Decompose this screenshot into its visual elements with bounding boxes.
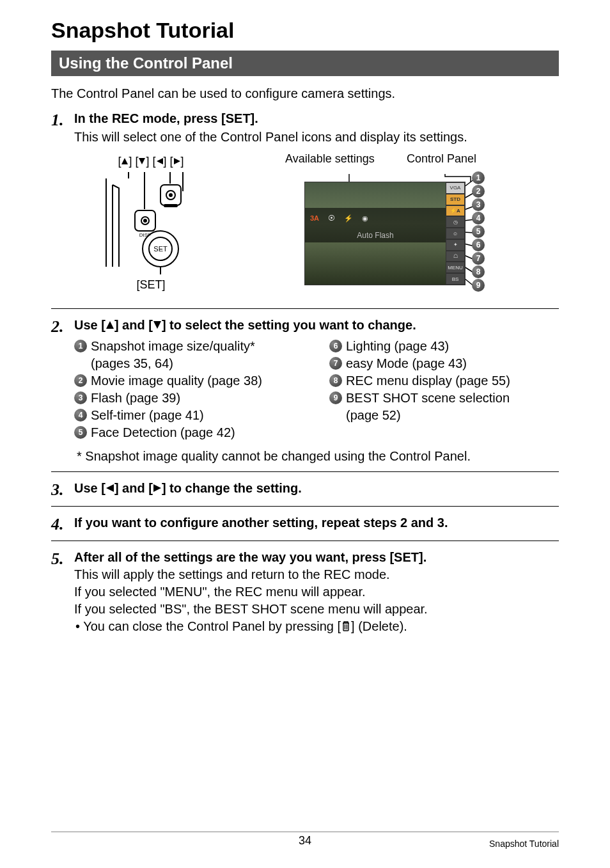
list-item: 5Face Detection (page 42) [74,424,304,441]
list-item-label: Snapshot image size/quality* [91,338,255,355]
step-number: 1. [51,110,74,130]
list-col-left: 1Snapshot image size/quality* (pages 35,… [74,338,304,441]
svg-marker-32 [106,321,114,329]
badge-2: 2 [74,374,87,387]
divider [51,541,559,541]
step-3-title: Use [] and [] to change the setting. [74,480,559,497]
step-5-title: After all of the settings are the way yo… [74,549,559,566]
step-content: Use [] and [] to change the setting. [74,480,559,497]
step-2: 2. Use [] and [] to select the setting y… [51,317,559,465]
control-panel-label: Control Panel [407,152,476,166]
list-item: 7easy Mode (page 43) [329,355,559,372]
txt: ] and [ [114,318,153,332]
arrow-keys-label: [] [] [] [] [74,155,228,168]
list-item: 3Flash (page 39) [74,390,304,407]
control-panel-column: VGA STD ⚡A ◷ ☺ ✦ ☖ MENU BS [446,182,465,285]
badge-6: 6 [472,239,485,251]
flash-on-icon: ⦿ [328,214,335,222]
badge-4: 4 [472,212,485,225]
svg-rect-9 [164,204,178,207]
step-5-line2: If you selected "MENU", the REC menu wil… [74,583,559,601]
step-1-sub: This will select one of the Control Pane… [74,129,559,146]
txt: Use [ [74,318,106,332]
step-number: 2. [51,317,74,336]
list-item: 4Self-timer (page 41) [74,407,304,424]
cp-item-face: ☺ [446,228,465,239]
badge-9: 9 [472,279,485,292]
lbl: ] [181,155,184,168]
svg-rect-36 [343,623,348,631]
diagram-row: [] [] [] [] DISP [51,155,559,302]
list-item-label: Movie image quality (page 38) [91,372,262,390]
list-item-label: Flash (page 39) [91,390,180,407]
set-label: [SET] [74,278,228,292]
txt: ] and [ [114,481,153,495]
step-1-title: In the REC mode, press [SET]. [74,110,559,127]
list-item: 1Snapshot image size/quality* [74,338,304,355]
txt: • You can close the Control Panel by pre… [75,619,341,633]
footer: 34 Snapshot Tutorial [51,832,559,849]
right-triangle-icon [173,157,181,165]
flash-auto-icon: 3A [310,214,319,222]
list-item-label: easy Mode (page 43) [346,355,467,372]
up-triangle-icon [106,320,114,329]
list-item: 2Movie image quality (page 38) [74,372,304,390]
badge-4: 4 [74,409,87,422]
badge-9: 9 [329,391,342,404]
cp-item-lighting: ✦ [446,239,465,251]
cp-item-size: VGA [446,182,465,194]
page: Snapshot Tutorial Using the Control Pane… [0,0,610,868]
badge-3: 3 [74,391,87,404]
available-settings-label: Available settings [285,152,375,166]
svg-point-12 [144,219,146,222]
svg-text:SET: SET [153,245,168,253]
divider [51,471,559,472]
auto-flash-label: Auto Flash [305,228,446,242]
list-item: 8REC menu display (page 55) [329,372,559,390]
txt: ] (Delete). [351,619,407,633]
divider [51,506,559,507]
list-item-label: REC menu display (page 55) [346,372,510,390]
step-1: 1. In the REC mode, press [SET]. This wi… [51,110,559,146]
badge-2: 2 [472,185,485,198]
list-item-label: Face Detection (page 42) [91,424,235,441]
badge-5: 5 [472,225,485,238]
step-2-title: Use [] and [] to select the setting you … [74,317,559,334]
trash-icon [341,620,351,632]
step-content: In the REC mode, press [SET]. This will … [74,110,559,146]
badge-1: 1 [74,340,87,352]
svg-marker-1 [139,158,145,164]
badge-8: 8 [472,265,485,278]
eye-icon: ◉ [362,214,368,223]
list-item-label: Lighting (page 43) [346,338,449,355]
step-5: 5. After all of the settings are the way… [51,549,559,635]
step-content: After all of the settings are the way yo… [74,549,559,635]
list-item: 6Lighting (page 43) [329,338,559,355]
lbl: ] [ [129,155,138,168]
divider [51,308,559,309]
camera-screen: 3A ⦿ ⚡ ◉ Auto Flash VGA STD ⚡A ◷ ☺ ✦ ☖ [304,182,465,285]
badge-7: 7 [329,357,342,370]
cp-item-easy: ☖ [446,251,465,262]
left-triangle-icon [106,484,114,493]
step-3: 3. Use [] and [] to change the setting. [51,480,559,500]
diagram-right: Available settings Control Panel [228,155,559,302]
svg-point-8 [169,194,172,196]
txt: ] to change the setting. [162,481,302,495]
badge-8: 8 [329,374,342,387]
flash-bolt-icon: ⚡ [344,214,353,223]
badge-5: 5 [74,426,87,439]
footer-title: Snapshot Tutorial [489,839,559,849]
step-content: Use [] and [] to select the setting you … [74,317,559,465]
badge-6: 6 [329,340,342,352]
txt: ] to select the setting you want to chan… [162,318,416,332]
down-triangle-icon [138,157,146,165]
up-triangle-icon [121,157,129,165]
list-col-right: 6Lighting (page 43) 7easy Mode (page 43)… [329,338,559,441]
step-content: If you want to configure another setting… [74,514,559,532]
step-5-line3: If you selected "BS", the BEST SHOT scen… [74,601,559,618]
txt: Use [ [74,481,106,495]
page-number: 34 [299,834,311,848]
badge-column: 1 2 3 4 5 6 7 8 9 [472,171,485,292]
cp-item-bs: BS [446,273,465,285]
